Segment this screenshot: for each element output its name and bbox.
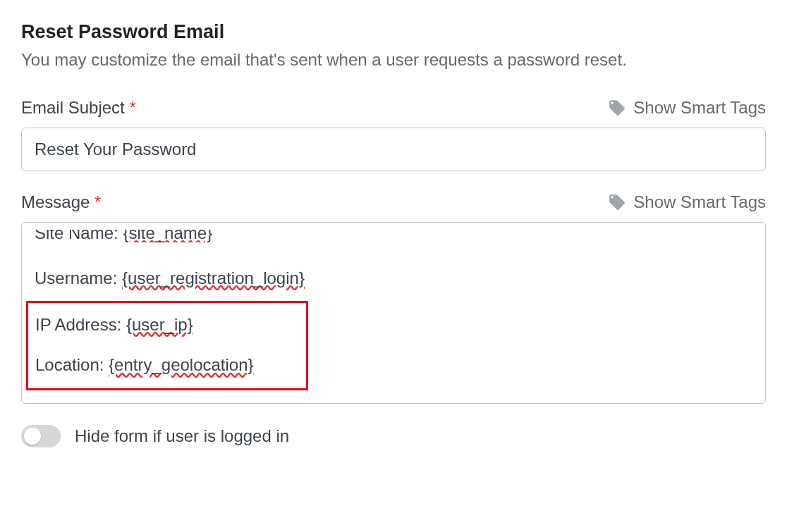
smart-tag-user-registration-login: {user_registration_login} <box>122 268 305 287</box>
message-group: Message * Show Smart Tags Site Name: {si… <box>21 192 766 404</box>
smart-tags-label: Show Smart Tags <box>633 192 766 212</box>
required-indicator: * <box>129 98 135 117</box>
message-text: IP Address: <box>35 315 126 334</box>
message-line-location: Location: {entry_geolocation} <box>35 345 299 385</box>
hide-form-toggle-row: Hide form if user is logged in <box>21 425 766 447</box>
email-subject-group: Email Subject * Show Smart Tags <box>21 98 766 171</box>
tag-icon <box>608 99 626 117</box>
message-line-sitename: Site Name: {site_name} <box>35 230 752 242</box>
show-smart-tags-message[interactable]: Show Smart Tags <box>608 192 766 212</box>
message-line-username: Username: {user_registration_login} <box>35 258 752 299</box>
message-header: Message * Show Smart Tags <box>21 192 766 212</box>
hide-form-toggle[interactable] <box>21 425 61 447</box>
show-smart-tags-subject[interactable]: Show Smart Tags <box>608 98 766 118</box>
highlight-box: IP Address: {user_ip} Location: {entry_g… <box>26 301 308 390</box>
hide-form-toggle-label: Hide form if user is logged in <box>75 426 289 446</box>
message-label-text: Message <box>21 192 90 211</box>
tag-icon <box>608 193 626 211</box>
smart-tags-label: Show Smart Tags <box>633 98 766 118</box>
email-subject-header: Email Subject * Show Smart Tags <box>21 98 766 118</box>
smart-tag-entry-geolocation: {entry_geolocation} <box>109 355 254 374</box>
message-text: Location: <box>35 355 109 374</box>
required-indicator: * <box>94 192 101 211</box>
toggle-knob <box>24 428 41 445</box>
section-description: You may customize the email that's sent … <box>21 50 766 70</box>
message-text: Site Name: <box>35 230 123 242</box>
email-subject-label: Email Subject * <box>21 98 136 118</box>
message-text: Username: <box>35 268 122 287</box>
section-title: Reset Password Email <box>21 21 766 43</box>
message-textarea[interactable]: Site Name: {site_name} Username: {user_r… <box>21 222 766 404</box>
email-subject-input[interactable] <box>21 128 766 171</box>
message-line-ip: IP Address: {user_ip} <box>35 304 299 345</box>
message-label: Message * <box>21 192 101 212</box>
email-subject-label-text: Email Subject <box>21 98 125 117</box>
smart-tag-user-ip: {user_ip} <box>126 315 193 334</box>
smart-tag-sitename: {site_name} <box>123 230 212 242</box>
